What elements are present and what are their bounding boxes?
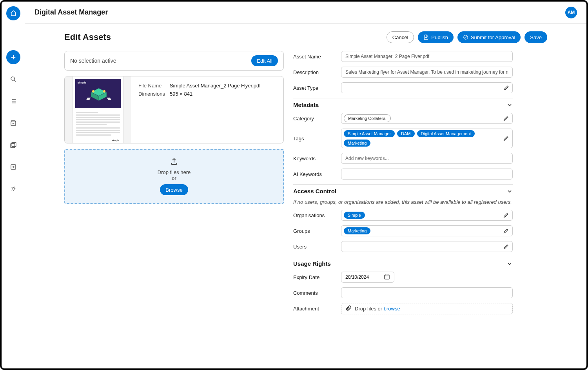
keywords-label: Keywords <box>293 156 336 161</box>
save-button[interactable]: Save <box>524 31 547 43</box>
dimensions-label: Dimensions <box>138 90 169 98</box>
metadata-section-title: Metadata <box>293 102 319 108</box>
search-button[interactable] <box>6 72 20 86</box>
asset-meta: File Name Simple Asset Manager_2 Page Fl… <box>131 76 283 143</box>
attachment-dropzone[interactable]: Drop files or browse <box>341 303 513 314</box>
list-button[interactable] <box>6 94 20 108</box>
file-name-label: File Name <box>138 82 169 89</box>
organisations-field[interactable]: Simple <box>341 210 513 221</box>
add-button[interactable] <box>6 50 20 64</box>
users-label: Users <box>293 244 336 250</box>
plus-icon <box>9 53 17 61</box>
attachment-browse-link[interactable]: browse <box>384 306 400 312</box>
check-circle-icon <box>463 34 468 40</box>
group-chip: Marketing <box>344 227 370 234</box>
description-input[interactable] <box>341 67 513 78</box>
calendar-icon <box>384 274 390 281</box>
tag-chip: Simple Asset Manager <box>344 130 395 137</box>
tag-chip: DAM <box>397 130 414 137</box>
edit-icon[interactable] <box>503 212 509 218</box>
dropzone-text2: or <box>73 175 275 181</box>
pin-icon <box>9 185 17 193</box>
asset-name-label: Asset Name <box>293 54 336 60</box>
page-title: Edit Assets <box>64 32 111 42</box>
dimensions-value: 595 × 841 <box>170 90 265 98</box>
edit-icon[interactable] <box>503 228 509 234</box>
new-item-button[interactable] <box>6 160 20 174</box>
comments-label: Comments <box>293 290 336 296</box>
asset-name-input[interactable] <box>341 51 513 62</box>
tag-chip: Digital Asset Management <box>417 130 475 137</box>
selection-bar: No selection active Edit All <box>64 51 284 71</box>
cancel-button[interactable]: Cancel <box>387 31 414 43</box>
file-name-value: Simple Asset Manager_2 Page Flyer.pdf <box>170 82 265 89</box>
access-control-hint: If no users, groups, or organisations ar… <box>293 199 513 205</box>
browse-button[interactable]: Browse <box>160 184 188 195</box>
svg-rect-3 <box>11 143 15 148</box>
ai-keywords-input[interactable] <box>341 169 513 180</box>
description-label: Description <box>293 69 336 75</box>
user-avatar[interactable]: AM <box>565 7 577 18</box>
file-dropzone[interactable]: Drop files here or Browse <box>64 149 284 204</box>
edit-icon[interactable] <box>503 135 509 141</box>
thumbnail-page: simple. <box>73 76 123 143</box>
users-field[interactable] <box>341 241 513 252</box>
usage-rights-section-title: Usage Rights <box>293 260 331 267</box>
archive-button[interactable] <box>6 116 20 130</box>
pin-button[interactable] <box>6 182 20 196</box>
attachment-label: Attachment <box>293 306 336 312</box>
expiry-date-label: Expiry Date <box>293 274 336 280</box>
upload-icon <box>73 158 275 167</box>
category-label: Category <box>293 116 336 122</box>
svg-rect-12 <box>107 98 111 100</box>
svg-point-5 <box>464 35 468 40</box>
ai-keywords-label: AI Keywords <box>293 171 336 177</box>
publish-button[interactable]: Publish <box>418 31 454 43</box>
selection-text: No selection active <box>70 58 116 64</box>
edit-icon[interactable] <box>503 85 510 91</box>
category-chip: Marketing Collateral <box>344 114 391 122</box>
archive-icon <box>9 119 17 127</box>
home-button[interactable] <box>6 6 20 20</box>
chevron-down-icon[interactable] <box>506 102 513 108</box>
collections-button[interactable] <box>6 138 20 152</box>
asset-thumbnail: simple. <box>65 76 131 143</box>
publish-icon <box>423 34 429 40</box>
chevron-down-icon[interactable] <box>506 261 513 267</box>
org-chip: Simple <box>344 212 365 219</box>
home-icon <box>9 9 17 17</box>
svg-point-10 <box>103 90 105 92</box>
asset-card[interactable]: simple. File Name Simple Asset Manager_2… <box>64 76 284 143</box>
access-control-section-title: Access Control <box>293 188 336 194</box>
expiry-date-input[interactable]: 20/10/2024 <box>341 272 394 283</box>
svg-rect-2 <box>12 142 16 147</box>
asset-type-label: Asset Type <box>293 85 336 91</box>
keywords-input[interactable] <box>341 153 513 164</box>
comments-input[interactable] <box>341 287 513 298</box>
category-field[interactable]: Marketing Collateral <box>341 113 513 124</box>
collections-icon <box>9 141 17 149</box>
svg-point-9 <box>92 90 94 92</box>
search-icon <box>9 75 17 83</box>
sidebar <box>2 2 25 368</box>
groups-field[interactable]: Marketing <box>341 225 513 236</box>
edit-icon[interactable] <box>503 115 509 122</box>
tags-field[interactable]: Simple Asset Manager DAM Digital Asset M… <box>341 129 513 148</box>
groups-label: Groups <box>293 228 336 234</box>
list-icon <box>9 97 17 105</box>
action-buttons: Cancel Publish Submit for Approval Save <box>387 31 547 43</box>
organisations-label: Organisations <box>293 212 336 218</box>
edit-icon[interactable] <box>503 243 509 250</box>
asset-type-input[interactable] <box>341 82 513 93</box>
svg-rect-11 <box>86 98 91 100</box>
paperclip-icon <box>345 305 352 312</box>
topbar: Digital Asset Manager AM <box>25 2 586 24</box>
svg-rect-13 <box>385 275 389 279</box>
submit-approval-button[interactable]: Submit for Approval <box>457 31 521 43</box>
square-plus-icon <box>9 163 17 171</box>
edit-all-button[interactable]: Edit All <box>251 55 278 66</box>
tags-label: Tags <box>293 136 336 141</box>
app-title: Digital Asset Manager <box>34 8 108 16</box>
tag-chip: Marketing <box>344 140 370 147</box>
chevron-down-icon[interactable] <box>506 188 513 194</box>
